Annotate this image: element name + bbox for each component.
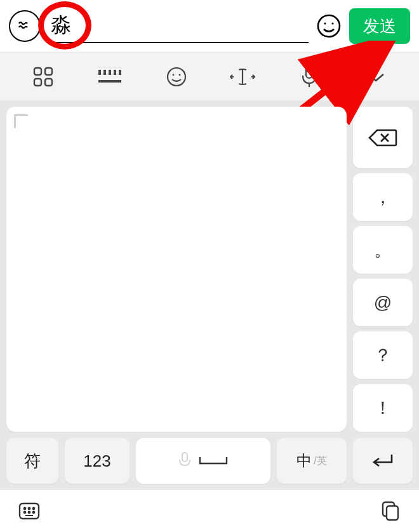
keyboard-side-column: ， 。 @ ？ ！ <box>353 107 413 432</box>
svg-point-23 <box>33 508 34 509</box>
svg-point-2 <box>331 22 333 24</box>
svg-rect-10 <box>103 70 106 75</box>
svg-rect-13 <box>119 70 121 75</box>
svg-rect-18 <box>306 67 312 78</box>
handwriting-area[interactable] <box>6 107 347 432</box>
svg-point-26 <box>33 512 34 513</box>
svg-rect-7 <box>34 79 41 86</box>
text-cursor-icon <box>230 67 255 86</box>
svg-rect-12 <box>114 70 116 75</box>
symbol-key[interactable]: 符 <box>6 438 58 484</box>
svg-rect-19 <box>182 453 187 462</box>
svg-rect-8 <box>45 79 52 86</box>
emoji-button[interactable] <box>315 12 343 40</box>
smile-icon <box>166 66 187 88</box>
clipboard-icon <box>378 500 401 522</box>
language-key[interactable]: 中/英 <box>277 438 347 484</box>
lang-sub-label: /英 <box>314 455 326 468</box>
keyboard-bottom-row: 符 123 中/英 <box>0 438 419 490</box>
svg-rect-6 <box>45 68 52 75</box>
system-bottom-bar <box>0 490 419 532</box>
svg-point-1 <box>324 22 326 24</box>
svg-point-17 <box>178 74 180 76</box>
keyboard-toolbar <box>0 52 419 100</box>
enter-key[interactable] <box>353 438 413 484</box>
space-key[interactable] <box>136 438 270 484</box>
svg-point-22 <box>29 508 30 509</box>
backspace-icon <box>368 128 397 148</box>
spacebar-icon <box>197 455 229 467</box>
svg-rect-9 <box>98 70 101 75</box>
clipboard-button[interactable] <box>377 498 402 524</box>
chevron-down-icon <box>366 70 386 83</box>
svg-rect-5 <box>34 68 41 75</box>
corner-mark-icon <box>14 114 28 128</box>
microphone-icon <box>300 65 319 88</box>
keyboard-switch-button[interactable] <box>17 498 42 524</box>
chat-text-input[interactable] <box>47 9 309 43</box>
collapse-keyboard-button[interactable] <box>362 63 390 91</box>
svg-rect-11 <box>109 70 111 75</box>
svg-rect-29 <box>387 506 398 520</box>
grid-icon <box>32 66 54 88</box>
svg-point-21 <box>24 508 25 509</box>
sound-wave-icon <box>17 18 32 34</box>
keyboard-icon <box>97 67 123 86</box>
smile-icon <box>316 13 342 39</box>
microphone-icon <box>177 451 192 470</box>
chat-input-bar: 发送 <box>0 0 419 52</box>
voice-input-button[interactable] <box>9 10 41 42</box>
comma-key[interactable]: ， <box>353 173 413 221</box>
keyboard-layout-button[interactable] <box>96 63 124 91</box>
svg-point-24 <box>24 512 25 513</box>
question-key[interactable]: ？ <box>353 331 413 379</box>
svg-point-0 <box>318 15 340 37</box>
cursor-move-button[interactable] <box>229 63 256 91</box>
number-key[interactable]: 123 <box>65 438 130 484</box>
svg-point-15 <box>168 68 185 86</box>
app-grid-button[interactable] <box>29 63 57 91</box>
at-key[interactable]: @ <box>353 279 413 326</box>
lang-main-label: 中 <box>296 451 312 471</box>
keyboard-main: ， 。 @ ？ ！ <box>0 100 419 438</box>
period-key[interactable]: 。 <box>353 226 413 274</box>
voice-button[interactable] <box>295 63 323 91</box>
backspace-key[interactable] <box>353 107 413 168</box>
svg-rect-27 <box>25 515 33 516</box>
toolbar-emoji-button[interactable] <box>163 63 190 91</box>
exclaim-key[interactable]: ！ <box>353 384 413 432</box>
svg-rect-14 <box>98 80 121 83</box>
keyboard-square-icon <box>18 500 41 522</box>
send-button[interactable]: 发送 <box>349 8 410 44</box>
svg-point-16 <box>172 74 174 76</box>
svg-point-25 <box>29 512 30 513</box>
enter-icon <box>370 452 396 470</box>
